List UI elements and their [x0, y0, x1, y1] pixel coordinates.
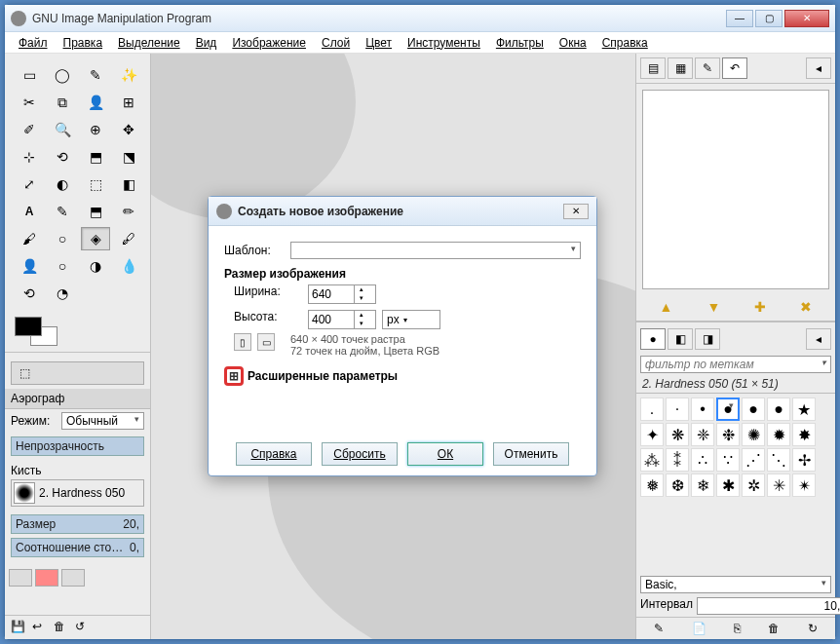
tool-bucket[interactable]: ✎ — [48, 200, 77, 223]
bottom-tab-2[interactable] — [35, 569, 58, 587]
brush-item[interactable]: ⁂ — [640, 448, 664, 472]
menu-image[interactable]: Изображение — [226, 34, 312, 52]
tool-align[interactable]: ⊹ — [15, 145, 44, 169]
nav-delete-icon[interactable]: ✖ — [800, 299, 812, 315]
expand-icon[interactable]: ⊞ — [224, 366, 244, 386]
width-input[interactable]: ▴▾ — [308, 284, 376, 304]
tool-rotate[interactable]: ⟲ — [48, 145, 77, 169]
unit-select[interactable]: px — [382, 310, 440, 329]
brush-preset-select[interactable]: Basic, — [640, 576, 831, 593]
nav-up-icon[interactable]: ▲ — [660, 299, 673, 315]
edit-brush-icon[interactable]: ✎ — [654, 622, 664, 635]
brush-item[interactable]: ⁑ — [666, 448, 689, 472]
tool-ellipse-select[interactable]: ◯ — [48, 63, 77, 87]
tool-eyedropper[interactable]: ✐ — [15, 118, 44, 141]
bottom-tab-3[interactable] — [61, 569, 85, 587]
brush-item[interactable]: ❈ — [691, 423, 714, 446]
nav-new-icon[interactable]: ✚ — [754, 299, 766, 315]
height-input[interactable]: ▴▾ — [308, 310, 376, 329]
menu-view[interactable]: Вид — [190, 34, 223, 52]
brush-item[interactable]: ✲ — [742, 474, 765, 497]
brush-item[interactable]: ✢ — [792, 448, 816, 472]
brush-item[interactable]: · — [666, 398, 689, 421]
reset-options-icon[interactable]: ↺ — [75, 620, 91, 635]
configure-tab-icon[interactable]: ◂ — [806, 57, 831, 79]
dock-tab-tool-options[interactable]: ⬚ — [11, 361, 144, 385]
brush-item[interactable]: ❄ — [691, 474, 714, 497]
patterns-tab[interactable]: ◧ — [668, 328, 693, 350]
tool-crop[interactable]: ◧ — [114, 172, 143, 196]
tool-rect-select[interactable]: ▭ — [15, 63, 44, 87]
brush-item[interactable]: ❅ — [640, 474, 664, 497]
tool-scale[interactable]: ⬒ — [81, 145, 110, 169]
navigation-preview[interactable] — [642, 90, 829, 289]
tool-blend[interactable]: ⬒ — [81, 200, 110, 223]
menu-color[interactable]: Цвет — [360, 34, 398, 52]
delete-brush-icon[interactable]: 🗑 — [768, 622, 780, 635]
restore-options-icon[interactable]: ↩ — [32, 620, 48, 635]
brushes-tab[interactable]: ● — [640, 328, 666, 350]
tool-airbrush[interactable]: ◈ — [81, 227, 110, 250]
menu-layer[interactable]: Слой — [316, 34, 356, 52]
brush-item[interactable]: ★ — [792, 398, 816, 421]
bottom-tab-1[interactable] — [9, 569, 32, 587]
tool-smudge[interactable]: ⟲ — [15, 282, 44, 305]
minimize-button[interactable]: — — [726, 10, 753, 27]
brush-item[interactable]: ✸ — [792, 423, 816, 446]
refresh-brush-icon[interactable]: ↻ — [808, 622, 818, 635]
duplicate-brush-icon[interactable]: ⎘ — [734, 622, 741, 635]
ok-button[interactable]: ОК — [407, 442, 483, 466]
channels-tab[interactable]: ▦ — [668, 57, 693, 79]
tool-heal[interactable]: ○ — [48, 254, 77, 278]
landscape-button[interactable]: ▭ — [257, 333, 275, 351]
brush-item[interactable]: ✹ — [767, 423, 790, 446]
maximize-button[interactable]: ▢ — [755, 10, 783, 27]
brush-item[interactable]: ● — [716, 398, 740, 421]
tool-foreground[interactable]: ⧉ — [48, 91, 77, 114]
close-button[interactable]: ✕ — [784, 10, 829, 27]
tool-measure[interactable]: ⊕ — [81, 118, 110, 141]
brush-item[interactable]: ✦ — [640, 423, 664, 446]
tool-scissors[interactable]: ✂ — [15, 91, 44, 114]
tool-paths[interactable]: 👤 — [81, 91, 110, 114]
layers-tab[interactable]: ▤ — [640, 57, 666, 79]
fg-color[interactable] — [15, 317, 42, 336]
brush-selector[interactable]: 2. Hardness 050 — [11, 479, 144, 507]
menu-file[interactable]: Файл — [13, 34, 54, 52]
brush-item[interactable]: ✳ — [767, 474, 790, 497]
menu-windows[interactable]: Окна — [554, 34, 592, 52]
gradients-tab[interactable]: ◨ — [695, 328, 720, 350]
ratio-slider[interactable]: Соотношение сто…0, — [11, 538, 144, 557]
save-options-icon[interactable]: 💾 — [11, 620, 26, 635]
portrait-button[interactable]: ▯ — [234, 333, 251, 351]
size-slider[interactable]: Размер20, — [11, 514, 144, 534]
tool-dodge[interactable]: ◔ — [48, 282, 77, 305]
interval-input[interactable] — [697, 597, 840, 615]
cancel-button[interactable]: Отменить — [493, 442, 569, 466]
brush-item[interactable]: ⋱ — [767, 448, 790, 472]
dialog-close-button[interactable]: ✕ — [563, 204, 589, 219]
brush-item[interactable]: ✺ — [742, 423, 765, 446]
tag-filter[interactable]: фильтр по меткам — [640, 356, 831, 373]
brush-item[interactable]: • — [691, 398, 714, 421]
tool-paintbrush[interactable]: 🖌 — [15, 227, 44, 250]
brush-item[interactable]: ∴ — [691, 448, 714, 472]
mode-select[interactable]: Обычный — [61, 412, 144, 430]
tool-perspective[interactable]: ⤢ — [15, 172, 44, 196]
undo-history-tab[interactable]: ↶ — [722, 57, 747, 79]
brush-item[interactable]: ∵ — [716, 448, 740, 472]
tool-pencil[interactable]: ✏ — [114, 200, 143, 223]
menu-edit[interactable]: Правка — [57, 34, 109, 52]
nav-down-icon[interactable]: ▼ — [706, 299, 720, 315]
brush-item[interactable]: ✱ — [716, 474, 740, 497]
fg-bg-swatch[interactable] — [15, 317, 57, 346]
brush-item[interactable]: . — [640, 398, 664, 421]
new-brush-icon[interactable]: 📄 — [692, 622, 706, 635]
tool-color-picker[interactable]: ⊞ — [114, 91, 143, 114]
tool-ink[interactable]: 🖋 — [114, 227, 143, 250]
brush-item[interactable]: ✴ — [792, 474, 816, 497]
template-select[interactable] — [290, 242, 581, 259]
paths-tab[interactable]: ✎ — [695, 57, 720, 79]
tool-zoom[interactable]: 🔍 — [48, 118, 77, 141]
tool-text[interactable]: A — [15, 200, 44, 223]
